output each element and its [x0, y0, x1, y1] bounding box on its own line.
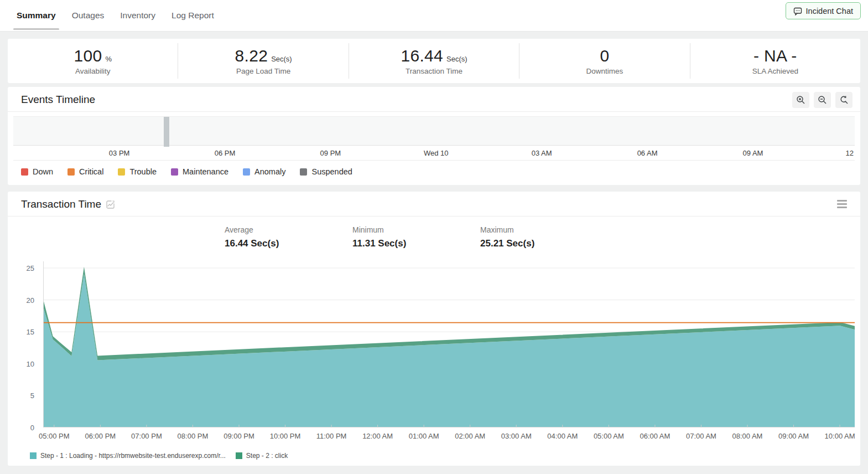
chat-bubble-icon: [793, 7, 802, 16]
x-tick-label: 08:00 AM: [732, 432, 763, 440]
x-tick-label: 09:00 PM: [224, 432, 254, 440]
kpi-sla-achieved: - NA -SLA Achieved: [690, 43, 860, 79]
kpi-value: - NA -: [753, 47, 797, 65]
incident-chat-button[interactable]: Incident Chat: [786, 2, 861, 19]
chart-legend-swatch: [236, 452, 242, 459]
chart-popout-icon[interactable]: [106, 200, 115, 209]
legend-item-down: Down: [21, 167, 53, 176]
legend-label: Critical: [79, 167, 103, 176]
timeline-zoom-controls: [792, 92, 853, 108]
timeline-tick-label: 03 PM: [109, 149, 130, 157]
timeline-tick-label: 06 AM: [637, 149, 658, 157]
stat-value: 25.21 Sec(s): [480, 238, 608, 249]
chart-legend-label: Step - 2 : click: [246, 452, 288, 460]
tab-bar: Summary Outages Inventory Log Report: [17, 0, 214, 31]
transaction-time-title: Transaction Time: [21, 198, 101, 210]
chart-legend-item-step-2[interactable]: Step - 2 : click: [236, 452, 288, 460]
stat-label: Average: [225, 225, 352, 234]
kpi-label: SLA Achieved: [690, 67, 860, 75]
zoom-in-icon[interactable]: [792, 92, 809, 108]
zoom-out-icon[interactable]: [814, 92, 831, 108]
x-tick-label: 05:00 PM: [39, 432, 70, 440]
legend-label: Trouble: [129, 167, 157, 176]
kpi-value: 0: [600, 47, 609, 65]
kpi-availability: 100%Availability: [8, 43, 178, 79]
kpi-label: Availability: [8, 67, 178, 75]
transaction-time-chart: 0510152025: [15, 261, 855, 427]
events-timeline-card: Events Timeline: [8, 87, 860, 185]
legend-swatch: [300, 168, 307, 176]
tab-log-report[interactable]: Log Report: [171, 0, 214, 31]
events-timeline-title: Events Timeline: [21, 94, 95, 106]
tab-summary[interactable]: Summary: [17, 0, 56, 31]
y-tick-label: 0: [30, 424, 34, 432]
legend-item-critical: Critical: [67, 167, 103, 176]
timeline-tick-label: 09 AM: [743, 149, 763, 157]
tab-outages[interactable]: Outages: [72, 0, 105, 31]
chart-menu-icon[interactable]: [837, 200, 847, 208]
kpi-value-row: - NA -: [690, 47, 860, 65]
x-tick-label: 08:00 PM: [178, 432, 209, 440]
legend-label: Anomaly: [254, 167, 285, 176]
timeline-event-marker: [164, 117, 169, 147]
legend-swatch: [21, 168, 28, 176]
tab-inventory[interactable]: Inventory: [120, 0, 155, 31]
x-tick-label: 03:00 AM: [501, 432, 532, 440]
x-tick-label: 07:00 AM: [686, 432, 716, 440]
y-axis-labels: 0510152025: [15, 261, 39, 427]
chart-legend-item-step-1[interactable]: Step - 1 : Loading - https://rbmwebsite-…: [30, 452, 226, 460]
y-tick-label: 5: [30, 391, 34, 400]
kpi-unit: Sec(s): [446, 55, 467, 63]
x-tick-label: 11:00 PM: [316, 432, 347, 440]
stat-value: 11.31 Sec(s): [352, 238, 480, 249]
x-tick-label: 06:00 AM: [640, 432, 670, 440]
kpi-label: Downtimes: [519, 67, 689, 75]
legend-item-maintenance: Maintenance: [171, 167, 228, 176]
chart-plot-area[interactable]: [43, 261, 855, 427]
transaction-time-card: Transaction Time Average16.44 Sec(s)Mini…: [8, 192, 860, 466]
x-axis-labels: 05:00 PM06:00 PM07:00 PM08:00 PM09:00 PM…: [43, 429, 855, 443]
x-tick-label: 07:00 PM: [131, 432, 162, 440]
legend-item-trouble: Trouble: [118, 167, 157, 176]
x-tick-label: 05:00 AM: [594, 432, 624, 440]
x-tick-label: 04:00 AM: [547, 432, 578, 440]
timeline-tick-label: 12: [846, 149, 854, 157]
timeline-tick-label: 09 PM: [320, 149, 341, 157]
y-tick-label: 20: [27, 296, 34, 304]
chart-legend: Step - 1 : Loading - https://rbmwebsite-…: [30, 452, 860, 460]
legend-item-suspended: Suspended: [300, 167, 352, 176]
timeline-tick-label: 06 PM: [215, 149, 236, 157]
events-timeline-track[interactable]: [13, 116, 855, 146]
timeline-tick-label: 03 AM: [532, 149, 552, 157]
timeline-tick-label: Wed 10: [424, 149, 449, 157]
x-tick-label: 02:00 AM: [455, 432, 485, 440]
y-tick-label: 15: [27, 328, 34, 336]
stat-label: Minimum: [352, 225, 480, 234]
kpi-label: Transaction Time: [349, 67, 519, 75]
y-tick-label: 10: [27, 359, 34, 368]
kpi-value-row: 8.22Sec(s): [178, 47, 348, 65]
kpi-transaction-time: 16.44Sec(s)Transaction Time: [349, 43, 519, 79]
legend-swatch: [67, 168, 75, 176]
kpi-value-row: 0: [519, 47, 689, 65]
kpi-unit: Sec(s): [271, 55, 292, 63]
kpi-unit: %: [105, 55, 112, 63]
kpi-value: 100: [74, 47, 102, 65]
legend-swatch: [243, 168, 250, 176]
kpi-summary-card: 100%Availability8.22Sec(s)Page Load Time…: [8, 39, 860, 83]
chart-legend-swatch: [30, 452, 37, 459]
legend-label: Maintenance: [183, 167, 228, 176]
stat-minimum: Minimum11.31 Sec(s): [352, 225, 480, 249]
kpi-value-row: 100%: [8, 47, 178, 65]
y-tick-label: 25: [27, 264, 34, 272]
kpi-downtimes: 0Downtimes: [519, 43, 689, 79]
legend-label: Down: [33, 167, 53, 176]
incident-chat-label: Incident Chat: [806, 7, 853, 16]
chart-legend-label: Step - 1 : Loading - https://rbmwebsite-…: [40, 452, 226, 460]
zoom-reset-icon[interactable]: [835, 92, 853, 108]
x-tick-label: 06:00 PM: [85, 432, 116, 440]
x-tick-label: 12:00 AM: [362, 432, 393, 440]
timeline-axis: 03 PM06 PM09 PMWed 1003 AM06 AM09 AM12: [13, 146, 855, 161]
stat-average: Average16.44 Sec(s): [225, 225, 352, 249]
stat-label: Maximum: [480, 225, 608, 234]
